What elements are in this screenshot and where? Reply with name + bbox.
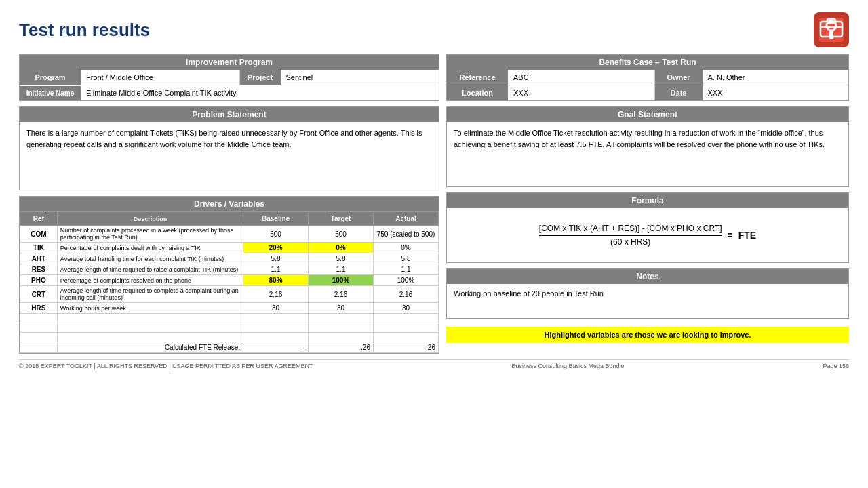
col-desc: Description bbox=[57, 212, 243, 226]
main-content: Improvement Program Program Front / Midd… bbox=[19, 54, 849, 354]
driver-baseline: 500 bbox=[243, 226, 309, 243]
project-label: Project bbox=[240, 70, 281, 85]
location-value: XXX bbox=[508, 85, 655, 100]
driver-target: 500 bbox=[309, 226, 374, 243]
driver-desc: Percentage of complaints dealt with by r… bbox=[57, 243, 243, 253]
drivers-panel: Drivers / Variables Ref Description Base… bbox=[19, 196, 439, 354]
driver-ref: TIK bbox=[20, 243, 58, 253]
col-ref: Ref bbox=[20, 212, 58, 226]
owner-label: Owner bbox=[655, 70, 703, 85]
logo-icon bbox=[814, 12, 849, 47]
driver-baseline: 1.1 bbox=[243, 264, 309, 275]
reference-row: Reference ABC Owner A. N. Other bbox=[447, 70, 848, 85]
driver-row: CRTAverage length of time required to co… bbox=[20, 286, 439, 303]
driver-baseline: 30 bbox=[243, 303, 309, 314]
driver-row: HRSWorking hours per week303030 bbox=[20, 303, 439, 314]
driver-empty-row bbox=[20, 314, 439, 323]
driver-row: TIKPercentage of complaints dealt with b… bbox=[20, 243, 439, 253]
driver-desc: Working hours per week bbox=[57, 303, 243, 314]
footer-target: .26 bbox=[309, 342, 374, 353]
driver-target: 0% bbox=[309, 243, 374, 253]
footer-baseline: - bbox=[243, 342, 309, 353]
benefits-case-panel: Benefits Case – Test Run Reference ABC O… bbox=[446, 54, 849, 101]
goal-statement-header: Goal Statement bbox=[447, 107, 848, 122]
page-title: Test run results bbox=[19, 20, 150, 41]
right-column: Benefits Case – Test Run Reference ABC O… bbox=[446, 54, 849, 354]
driver-actual: 5.8 bbox=[374, 253, 439, 264]
col-actual: Actual bbox=[374, 212, 439, 226]
problem-statement-header: Problem Statement bbox=[20, 107, 439, 122]
highlight-note: Highlighted variables are those we are l… bbox=[446, 327, 849, 343]
driver-ref: COM bbox=[20, 226, 58, 243]
initiative-row: Initiative Name Eliminate Middle Office … bbox=[20, 85, 439, 100]
driver-target: 1.1 bbox=[309, 264, 374, 275]
reference-label: Reference bbox=[447, 70, 508, 85]
driver-empty-row bbox=[20, 323, 439, 333]
goal-statement-text: To eliminate the Middle Office Ticket re… bbox=[447, 122, 848, 186]
driver-row: AHTAverage total handling time for each … bbox=[20, 253, 439, 264]
improvement-program-panel: Improvement Program Program Front / Midd… bbox=[19, 54, 439, 101]
driver-baseline: 20% bbox=[243, 243, 309, 253]
formula-numerator: [COM x TIK x (AHT + RES)] - [COM x PHO x… bbox=[539, 224, 722, 236]
driver-row: RESAverage length of time required to ra… bbox=[20, 264, 439, 275]
driver-ref: PHO bbox=[20, 275, 58, 286]
formula-fraction: [COM x TIK x (AHT + RES)] - [COM x PHO x… bbox=[539, 224, 722, 247]
driver-ref: AHT bbox=[20, 253, 58, 264]
left-column: Improvement Program Program Front / Midd… bbox=[19, 54, 439, 354]
formula-panel: Formula [COM x TIK x (AHT + RES)] - [COM… bbox=[446, 192, 849, 263]
formula-result: FTE bbox=[738, 230, 756, 241]
driver-target: 5.8 bbox=[309, 253, 374, 264]
problem-statement-panel: Problem Statement There is a large numbe… bbox=[19, 106, 439, 190]
driver-actual: 1.1 bbox=[374, 264, 439, 275]
driver-row: PHOPercentage of complaints resolved on … bbox=[20, 275, 439, 286]
drivers-header-row: Ref Description Baseline Target Actual bbox=[20, 212, 439, 226]
driver-target: 100% bbox=[309, 275, 374, 286]
problem-statement-text: There is a large number of complaint Tic… bbox=[20, 122, 439, 190]
goal-statement-panel: Goal Statement To eliminate the Middle O… bbox=[446, 106, 849, 187]
program-label: Program bbox=[20, 70, 81, 85]
formula-box: [COM x TIK x (AHT + RES)] - [COM x PHO x… bbox=[447, 208, 848, 262]
driver-footer-row: Calculated FTE Release:-.26.26 bbox=[20, 342, 439, 353]
footer-right: Page 156 bbox=[823, 363, 849, 369]
page-wrapper: Test run results Improvement Program Pro… bbox=[0, 0, 868, 488]
driver-target: 30 bbox=[309, 303, 374, 314]
date-value: XXX bbox=[703, 85, 849, 100]
driver-desc: Average length of time required to raise… bbox=[57, 264, 243, 275]
driver-baseline: 5.8 bbox=[243, 253, 309, 264]
location-label: Location bbox=[447, 85, 508, 100]
driver-baseline: 2.16 bbox=[243, 286, 309, 303]
driver-desc: Average length of time required to compl… bbox=[57, 286, 243, 303]
page-footer: © 2018 EXPERT TOOLKIT | ALL RIGHTS RESER… bbox=[19, 359, 849, 369]
notes-text: Working on baseline of 20 people in Test… bbox=[447, 284, 848, 318]
formula-header: Formula bbox=[447, 193, 848, 208]
formula-denominator: (60 x HRS) bbox=[610, 236, 650, 247]
driver-desc: Percentage of complaints resolved on the… bbox=[57, 275, 243, 286]
formula-equals: = bbox=[728, 230, 733, 241]
footer-label: Calculated FTE Release: bbox=[57, 342, 243, 353]
notes-header: Notes bbox=[447, 269, 848, 284]
footer-actual: .26 bbox=[374, 342, 439, 353]
drivers-header: Drivers / Variables bbox=[20, 197, 439, 211]
drivers-table: Ref Description Baseline Target Actual C… bbox=[20, 211, 439, 353]
reference-value: ABC bbox=[508, 70, 655, 85]
improvement-program-header: Improvement Program bbox=[20, 55, 439, 70]
footer-left: © 2018 EXPERT TOOLKIT | ALL RIGHTS RESER… bbox=[19, 363, 313, 369]
driver-row: COMNumber of complaints processed in a w… bbox=[20, 226, 439, 243]
program-row: Program Front / Middle Office Project Se… bbox=[20, 70, 439, 85]
driver-ref: HRS bbox=[20, 303, 58, 314]
owner-value: A. N. Other bbox=[703, 70, 849, 85]
driver-desc: Average total handling time for each com… bbox=[57, 253, 243, 264]
driver-baseline: 80% bbox=[243, 275, 309, 286]
driver-actual: 100% bbox=[374, 275, 439, 286]
footer-center: Business Consulting Basics Mega Bundle bbox=[511, 363, 624, 369]
svg-rect-3 bbox=[829, 30, 833, 39]
project-value: Sentinel bbox=[281, 70, 439, 85]
program-value: Front / Middle Office bbox=[81, 70, 240, 85]
col-target: Target bbox=[309, 212, 374, 226]
driver-actual: 750 (scaled to 500) bbox=[374, 226, 439, 243]
driver-actual: 30 bbox=[374, 303, 439, 314]
driver-ref: RES bbox=[20, 264, 58, 275]
driver-actual: 0% bbox=[374, 243, 439, 253]
initiative-value: Eliminate Middle Office Complaint TIK ac… bbox=[81, 85, 439, 100]
driver-desc: Number of complaints processed in a week… bbox=[57, 226, 243, 243]
